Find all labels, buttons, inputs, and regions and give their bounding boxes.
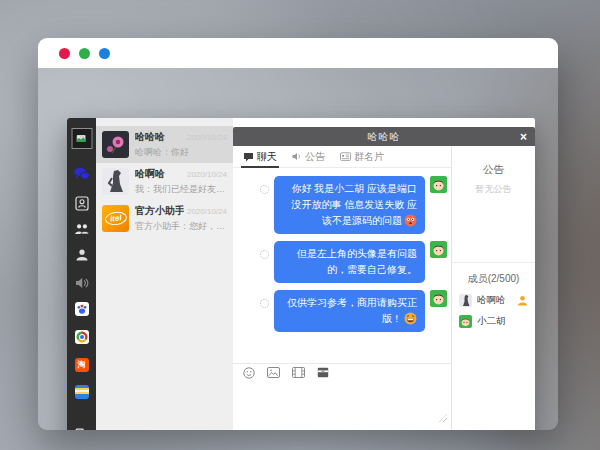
window-close-dot[interactable] <box>59 48 70 59</box>
contacts-book-icon <box>75 196 89 211</box>
message-text: 仅供学习参考，商用请购买正版！ <box>287 297 417 324</box>
member-row[interactable]: 哈啊哈 <box>452 294 535 307</box>
chat-bubble-icon <box>243 152 254 162</box>
message-row: 你好 我是小二胡 应该是端口没开放的事 信息发送失败 应该不是源码的问题 <box>233 176 451 234</box>
sidebar-item-docs-app[interactable] <box>75 385 89 399</box>
send-image-button[interactable] <box>267 367 280 378</box>
conversation-item-selected[interactable]: 哈哈哈 2020/10/24 哈啊哈：你好 <box>96 126 233 163</box>
avatar-flower <box>102 131 129 158</box>
message-row: 仅供学习参考，商用请购买正版！ <box>233 290 451 332</box>
chat-close-icon[interactable]: × <box>520 127 527 146</box>
screen: 淘 <box>0 0 600 450</box>
notice-empty-text: 暂无公告 <box>452 183 535 196</box>
message-text: 你好 我是小二胡 应该是端口没开放的事 信息发送失败 应该不是源码的问题 <box>291 183 417 226</box>
avatar-figure <box>102 168 129 195</box>
send-file-button[interactable] <box>317 367 329 378</box>
group-owner-badge-icon <box>517 295 528 306</box>
sender-avatar-green-face <box>430 176 447 193</box>
group-info-panel: 公告 暂无公告 成员(2/500) 哈啊哈 <box>452 146 535 430</box>
conversation-date: 2020/10/24 <box>187 170 227 179</box>
tab-chat[interactable]: 聊天 <box>243 146 277 167</box>
conversation-preview: 我：我们已经是好友了，很高... <box>135 183 227 196</box>
person-icon <box>75 249 88 261</box>
browser-app-icon <box>76 331 88 343</box>
message-bubble: 但是左上角的头像是有问题的，需要自己修复。 <box>274 241 425 283</box>
emoji-picker-button[interactable] <box>243 367 255 379</box>
sidebar-item-messages[interactable] <box>74 167 90 180</box>
member-row[interactable]: 小二胡 <box>452 315 535 328</box>
conversation-preview: 哈啊哈：你好 <box>135 146 227 159</box>
announcement-speaker-icon <box>292 152 302 161</box>
conversation-name: 官方小助手 官方 <box>135 204 184 218</box>
file-archive-icon <box>317 367 329 378</box>
group-icon <box>74 223 89 235</box>
film-icon <box>292 367 305 378</box>
sidebar-item-taobao-app[interactable]: 淘 <box>75 358 89 372</box>
member-name: 哈啊哈 <box>477 294 512 307</box>
user-avatar-broken-image[interactable] <box>71 128 92 149</box>
messages-icon <box>74 167 90 180</box>
sidebar-item-logout[interactable] <box>75 428 89 430</box>
chat-title: 哈哈哈 <box>368 130 401 144</box>
tab-label: 群名片 <box>354 150 384 164</box>
tab-announcement[interactable]: 公告 <box>292 146 325 167</box>
message-bubble: 仅供学习参考，商用请购买正版！ <box>274 290 425 332</box>
member-avatar-figure <box>459 294 472 307</box>
message-row: 但是左上角的头像是有问题的，需要自己修复。 <box>233 241 451 283</box>
sender-avatar-green-face <box>430 241 447 258</box>
message-bubble: 你好 我是小二胡 应该是端口没开放的事 信息发送失败 应该不是源码的问题 <box>274 176 425 234</box>
grin-face-emoji-icon <box>404 312 417 325</box>
tab-label: 公告 <box>305 150 325 164</box>
chat-header: 哈哈哈 × <box>233 127 535 146</box>
window-content: 淘 <box>38 68 558 430</box>
flushed-face-emoji-icon <box>404 214 417 227</box>
chat-tabs: 聊天 公告 <box>233 146 451 168</box>
sidebar-item-baidu-app[interactable] <box>75 302 89 316</box>
sidebar-item-profile[interactable] <box>75 249 88 261</box>
id-card-icon <box>340 152 351 161</box>
window-maximize-dot[interactable] <box>99 48 110 59</box>
window-minimize-dot[interactable] <box>79 48 90 59</box>
taobao-app-icon: 淘 <box>78 358 86 372</box>
sidebar-item-browser-app[interactable] <box>75 330 89 344</box>
message-input[interactable] <box>233 381 451 425</box>
conversation-item[interactable]: 哈啊哈 2020/10/24 我：我们已经是好友了，很高... <box>96 163 233 200</box>
sending-spinner-icon <box>260 250 269 259</box>
composer-actions: ✕ 关闭 ✔ 发送 <box>233 425 451 430</box>
member-name: 小二胡 <box>477 315 528 328</box>
tab-group-card[interactable]: 群名片 <box>340 146 384 167</box>
sending-spinner-icon <box>260 185 269 194</box>
message-list[interactable]: 你好 我是小二胡 应该是端口没开放的事 信息发送失败 应该不是源码的问题 但是左… <box>233 168 451 363</box>
notice-section: 公告 暂无公告 <box>452 146 535 263</box>
chat-main-area: 哈哈哈 × 聊天 <box>233 118 535 430</box>
tab-label: 聊天 <box>257 150 277 164</box>
conversation-date: 2020/10/24 <box>187 207 227 216</box>
avatar-itel-logo: itel <box>102 205 129 232</box>
notice-title: 公告 <box>452 146 535 177</box>
smiley-icon <box>243 367 255 379</box>
member-avatar-green-face <box>459 315 472 328</box>
composer-toolbar <box>233 363 451 381</box>
sidebar-item-groups[interactable] <box>74 223 89 235</box>
members-title: 成员(2/500) <box>452 272 535 286</box>
conversation-list: 哈哈哈 2020/10/24 哈啊哈：你好 <box>96 118 233 430</box>
app-sidebar: 淘 <box>67 118 96 430</box>
resize-handle[interactable] <box>439 414 447 422</box>
sidebar-item-contacts[interactable] <box>75 196 89 211</box>
conversation-preview: 官方小助手：您好，本软件正... <box>135 220 227 233</box>
chat-column: 聊天 公告 <box>233 146 452 430</box>
outer-window: 淘 <box>38 38 558 430</box>
conversation-name: 哈啊哈 <box>135 167 165 181</box>
sender-avatar-green-face <box>430 290 447 307</box>
sidebar-item-sound[interactable] <box>75 277 89 289</box>
broken-image-icon <box>77 135 87 143</box>
sending-spinner-icon <box>260 299 269 308</box>
send-video-button[interactable] <box>292 367 305 378</box>
logout-icon <box>75 428 89 430</box>
conversation-item[interactable]: itel 官方小助手 官方 2020/10/24 官方小助手：您好，本软件正..… <box>96 200 233 237</box>
message-text: 但是左上角的头像是有问题的，需要自己修复。 <box>297 248 417 275</box>
window-titlebar <box>38 38 558 68</box>
conversation-date: 2020/10/24 <box>187 133 227 142</box>
image-icon <box>267 367 280 378</box>
conversation-name: 哈哈哈 <box>135 130 165 144</box>
